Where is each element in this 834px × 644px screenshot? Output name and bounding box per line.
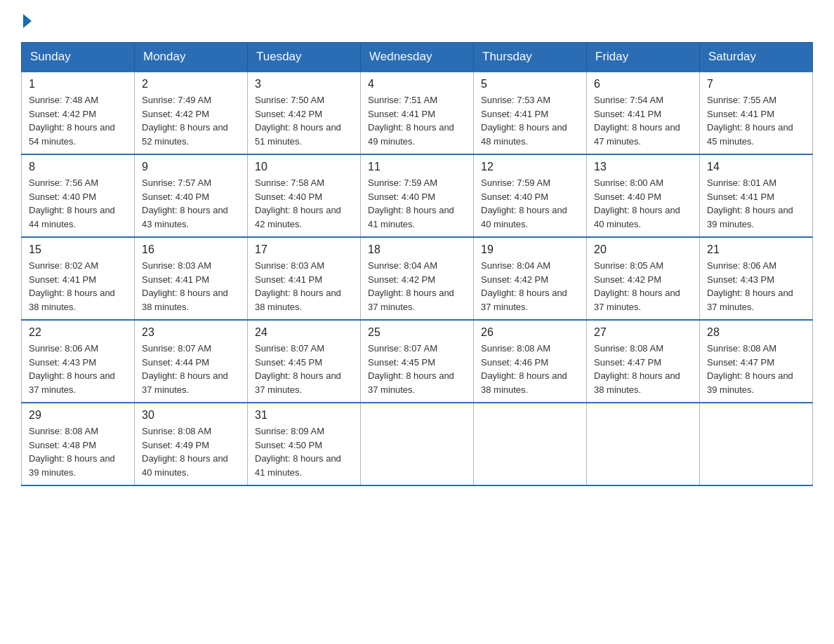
day-info: Sunrise: 8:07 AMSunset: 4:44 PMDaylight:…	[142, 342, 240, 396]
calendar-day-18: 18 Sunrise: 8:04 AMSunset: 4:42 PMDaylig…	[361, 237, 474, 320]
logo	[21, 14, 33, 28]
calendar-empty-cell	[474, 403, 587, 485]
day-number: 14	[707, 161, 805, 173]
calendar-day-29: 29 Sunrise: 8:08 AMSunset: 4:48 PMDaylig…	[22, 403, 135, 485]
day-number: 17	[255, 243, 353, 256]
day-number: 4	[368, 78, 466, 90]
day-number: 18	[368, 243, 466, 256]
calendar-day-28: 28 Sunrise: 8:08 AMSunset: 4:47 PMDaylig…	[700, 320, 813, 403]
day-number: 2	[142, 78, 240, 90]
day-info: Sunrise: 8:08 AMSunset: 4:47 PMDaylight:…	[707, 342, 805, 396]
day-info: Sunrise: 7:56 AMSunset: 4:40 PMDaylight:…	[29, 176, 127, 231]
day-number: 10	[255, 161, 353, 173]
calendar-header-thursday: Thursday	[474, 43, 587, 72]
day-info: Sunrise: 8:02 AMSunset: 4:41 PMDaylight:…	[29, 259, 127, 314]
day-info: Sunrise: 7:49 AMSunset: 4:42 PMDaylight:…	[142, 93, 240, 148]
day-info: Sunrise: 8:01 AMSunset: 4:41 PMDaylight:…	[707, 176, 805, 231]
calendar-day-26: 26 Sunrise: 8:08 AMSunset: 4:46 PMDaylig…	[474, 320, 587, 403]
calendar-day-3: 3 Sunrise: 7:50 AMSunset: 4:42 PMDayligh…	[248, 72, 361, 154]
calendar-day-16: 16 Sunrise: 8:03 AMSunset: 4:41 PMDaylig…	[135, 237, 248, 320]
calendar-day-30: 30 Sunrise: 8:08 AMSunset: 4:49 PMDaylig…	[135, 403, 248, 485]
calendar-header-row: SundayMondayTuesdayWednesdayThursdayFrid…	[22, 43, 813, 72]
day-info: Sunrise: 7:59 AMSunset: 4:40 PMDaylight:…	[368, 176, 466, 231]
calendar-header-saturday: Saturday	[700, 43, 813, 72]
day-info: Sunrise: 8:07 AMSunset: 4:45 PMDaylight:…	[255, 342, 353, 396]
day-number: 20	[594, 243, 692, 256]
calendar-day-19: 19 Sunrise: 8:04 AMSunset: 4:42 PMDaylig…	[474, 237, 587, 320]
day-info: Sunrise: 8:08 AMSunset: 4:47 PMDaylight:…	[594, 342, 692, 396]
day-number: 6	[594, 78, 692, 90]
day-number: 19	[481, 243, 579, 256]
calendar-empty-cell	[700, 403, 813, 485]
calendar-header-wednesday: Wednesday	[361, 43, 474, 72]
calendar-header-monday: Monday	[135, 43, 248, 72]
calendar-day-25: 25 Sunrise: 8:07 AMSunset: 4:45 PMDaylig…	[361, 320, 474, 403]
calendar-week-row-5: 29 Sunrise: 8:08 AMSunset: 4:48 PMDaylig…	[22, 403, 813, 485]
day-number: 27	[594, 326, 692, 339]
day-info: Sunrise: 8:04 AMSunset: 4:42 PMDaylight:…	[368, 259, 466, 314]
calendar-week-row-1: 1 Sunrise: 7:48 AMSunset: 4:42 PMDayligh…	[22, 72, 813, 154]
day-info: Sunrise: 8:05 AMSunset: 4:42 PMDaylight:…	[594, 259, 692, 314]
day-info: Sunrise: 8:08 AMSunset: 4:48 PMDaylight:…	[29, 424, 127, 479]
calendar-day-4: 4 Sunrise: 7:51 AMSunset: 4:41 PMDayligh…	[361, 72, 474, 154]
calendar-day-6: 6 Sunrise: 7:54 AMSunset: 4:41 PMDayligh…	[587, 72, 700, 154]
day-number: 31	[255, 409, 353, 422]
calendar-day-27: 27 Sunrise: 8:08 AMSunset: 4:47 PMDaylig…	[587, 320, 700, 403]
calendar-day-2: 2 Sunrise: 7:49 AMSunset: 4:42 PMDayligh…	[135, 72, 248, 154]
day-info: Sunrise: 7:50 AMSunset: 4:42 PMDaylight:…	[255, 93, 353, 148]
calendar-day-14: 14 Sunrise: 8:01 AMSunset: 4:41 PMDaylig…	[700, 154, 813, 237]
calendar-week-row-3: 15 Sunrise: 8:02 AMSunset: 4:41 PMDaylig…	[22, 237, 813, 320]
day-number: 15	[29, 243, 127, 256]
calendar-day-5: 5 Sunrise: 7:53 AMSunset: 4:41 PMDayligh…	[474, 72, 587, 154]
day-number: 13	[594, 161, 692, 173]
calendar-header-sunday: Sunday	[22, 43, 135, 72]
day-number: 9	[142, 161, 240, 173]
day-info: Sunrise: 8:04 AMSunset: 4:42 PMDaylight:…	[481, 259, 579, 314]
calendar-header-tuesday: Tuesday	[248, 43, 361, 72]
day-info: Sunrise: 7:53 AMSunset: 4:41 PMDaylight:…	[481, 93, 579, 148]
day-info: Sunrise: 8:00 AMSunset: 4:40 PMDaylight:…	[594, 176, 692, 231]
calendar-day-20: 20 Sunrise: 8:05 AMSunset: 4:42 PMDaylig…	[587, 237, 700, 320]
calendar-week-row-2: 8 Sunrise: 7:56 AMSunset: 4:40 PMDayligh…	[22, 154, 813, 237]
day-number: 21	[707, 243, 805, 256]
day-info: Sunrise: 7:58 AMSunset: 4:40 PMDaylight:…	[255, 176, 353, 231]
day-info: Sunrise: 8:03 AMSunset: 4:41 PMDaylight:…	[255, 259, 353, 314]
day-number: 11	[368, 161, 466, 173]
calendar-day-11: 11 Sunrise: 7:59 AMSunset: 4:40 PMDaylig…	[361, 154, 474, 237]
day-info: Sunrise: 8:09 AMSunset: 4:50 PMDaylight:…	[255, 424, 353, 479]
day-info: Sunrise: 7:57 AMSunset: 4:40 PMDaylight:…	[142, 176, 240, 231]
calendar-table: SundayMondayTuesdayWednesdayThursdayFrid…	[21, 42, 813, 486]
day-info: Sunrise: 8:06 AMSunset: 4:43 PMDaylight:…	[29, 342, 127, 396]
calendar-day-24: 24 Sunrise: 8:07 AMSunset: 4:45 PMDaylig…	[248, 320, 361, 403]
day-number: 24	[255, 326, 353, 339]
calendar-week-row-4: 22 Sunrise: 8:06 AMSunset: 4:43 PMDaylig…	[22, 320, 813, 403]
calendar-day-15: 15 Sunrise: 8:02 AMSunset: 4:41 PMDaylig…	[22, 237, 135, 320]
calendar-day-9: 9 Sunrise: 7:57 AMSunset: 4:40 PMDayligh…	[135, 154, 248, 237]
calendar-day-22: 22 Sunrise: 8:06 AMSunset: 4:43 PMDaylig…	[22, 320, 135, 403]
day-number: 29	[29, 409, 127, 422]
calendar-day-8: 8 Sunrise: 7:56 AMSunset: 4:40 PMDayligh…	[22, 154, 135, 237]
calendar-day-17: 17 Sunrise: 8:03 AMSunset: 4:41 PMDaylig…	[248, 237, 361, 320]
calendar-header-friday: Friday	[587, 43, 700, 72]
day-number: 26	[481, 326, 579, 339]
day-number: 16	[142, 243, 240, 256]
day-info: Sunrise: 8:03 AMSunset: 4:41 PMDaylight:…	[142, 259, 240, 314]
day-info: Sunrise: 7:48 AMSunset: 4:42 PMDaylight:…	[29, 93, 127, 148]
calendar-day-13: 13 Sunrise: 8:00 AMSunset: 4:40 PMDaylig…	[587, 154, 700, 237]
day-info: Sunrise: 8:06 AMSunset: 4:43 PMDaylight:…	[707, 259, 805, 314]
day-number: 25	[368, 326, 466, 339]
day-number: 7	[707, 78, 805, 90]
day-info: Sunrise: 7:55 AMSunset: 4:41 PMDaylight:…	[707, 93, 805, 148]
day-number: 22	[29, 326, 127, 339]
day-info: Sunrise: 7:59 AMSunset: 4:40 PMDaylight:…	[481, 176, 579, 231]
day-number: 30	[142, 409, 240, 422]
day-info: Sunrise: 7:54 AMSunset: 4:41 PMDaylight:…	[594, 93, 692, 148]
day-number: 8	[29, 161, 127, 173]
calendar-day-1: 1 Sunrise: 7:48 AMSunset: 4:42 PMDayligh…	[22, 72, 135, 154]
calendar-day-23: 23 Sunrise: 8:07 AMSunset: 4:44 PMDaylig…	[135, 320, 248, 403]
calendar-day-12: 12 Sunrise: 7:59 AMSunset: 4:40 PMDaylig…	[474, 154, 587, 237]
day-number: 23	[142, 326, 240, 339]
day-info: Sunrise: 8:08 AMSunset: 4:46 PMDaylight:…	[481, 342, 579, 396]
logo-general-text	[21, 14, 33, 28]
calendar-day-21: 21 Sunrise: 8:06 AMSunset: 4:43 PMDaylig…	[700, 237, 813, 320]
